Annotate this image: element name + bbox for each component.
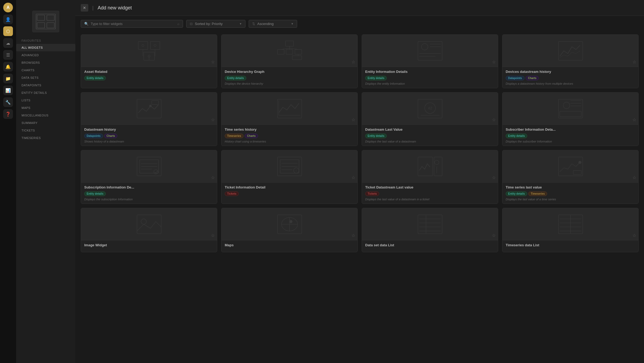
card-tags: Entity details [84,76,214,80]
order-dropdown[interactable]: ⇅ Ascending ▼ [249,20,297,28]
card-description: Displays a datastream history from multi… [506,82,635,85]
widget-card-subscription-information-de[interactable]: ☆ Subscription Information De... Entity … [81,150,217,204]
widget-card-ticket-information-detail[interactable]: ! ☆ Ticket Information Detail Tickets [221,150,358,204]
sort-label: Sorted by: Priority [195,22,237,26]
card-title: Datastream Last Value [365,127,495,131]
card-title: Ticket Datastream Last value [365,185,495,189]
nav-icon-chart[interactable]: 📊 [3,86,13,95]
card-title: Devices datastream history [506,70,635,74]
sidebar-item-summary[interactable]: SUMMARY [16,119,75,127]
svg-line-20 [289,48,290,49]
sidebar-item-lists[interactable]: LISTS [16,97,75,104]
widget-card-datastream-history[interactable]: ☆ Datastream history DatapointsCharts Sh… [81,92,217,146]
sidebar-item-miscellaneous[interactable]: MISCELLANEOUS [16,112,75,119]
sidebar-item-all-widgets[interactable]: ALL WIDGETS [16,44,75,51]
favourite-button[interactable]: ☆ [492,117,496,122]
svg-text:42: 42 [428,106,432,110]
nav-icon-folder[interactable]: 📁 [3,74,13,83]
card-thumbnail: ☆ [502,92,638,125]
search-box[interactable]: 🔍 ⌕ [81,20,183,28]
widget-card-datastream-last-value[interactable]: 42 ☆ Datastream Last Value Entity detail… [362,92,498,146]
svg-rect-61 [434,157,442,176]
favourite-button[interactable]: ☆ [351,59,355,65]
svg-rect-41 [558,99,583,118]
sidebar-item-entity-details[interactable]: ENTITY DETAILS [16,89,75,97]
favourite-button[interactable]: ☆ [632,233,636,238]
svg-point-42 [563,102,570,109]
card-tags: Tickets [225,191,354,196]
favourite-button[interactable]: ☆ [632,117,636,122]
widget-card-timeseries-data-list[interactable]: ☆ Timeseries data List [502,208,639,252]
widget-card-data-set-data-list[interactable]: ☆ Data set data List [362,208,498,252]
sidebar-item-timeseries[interactable]: TIMESERIES [16,134,75,142]
favourite-button[interactable]: ☆ [351,175,355,180]
toolbar: 🔍 ⌕ ⊟ Sorted by: Priority ▼ ⇅ Ascending … [75,16,644,32]
widget-card-ticket-datastream-last-value[interactable]: ☆ Ticket Datastream Last value Tickets D… [362,150,498,204]
svg-text:!: ! [296,169,297,172]
widget-card-devices-datastream-history[interactable]: ☆ Devices datastream history DatapointsC… [502,34,639,88]
nav-icon-user[interactable]: 👤 [3,15,13,24]
widget-card-asset-related[interactable]: ☆ Asset Related Entity details [81,34,217,88]
card-info: Device Hierarchy Graph Entity details Di… [221,67,357,88]
favourite-button[interactable]: ☆ [211,59,215,65]
svg-point-12 [154,44,156,47]
sidebar-item-maps[interactable]: MAPS [16,104,75,112]
widget-card-time-series-history[interactable]: ☆ Time series history TimeseriesCharts H… [221,92,358,146]
sidebar-item-data-sets[interactable]: DATA SETS [16,74,75,81]
favourite-button[interactable]: ☆ [211,233,215,238]
favourite-button[interactable]: ☆ [211,175,215,180]
category-list: ALL WIDGETSADVANCEDBROWSERSCHARTSDATA SE… [16,44,75,142]
nav-icon-list[interactable]: ☰ [3,50,13,60]
svg-rect-3 [37,23,45,28]
card-thumbnail: ! ☆ [221,150,357,183]
widget-card-time-series-last-value[interactable]: ☆ Time series last value Entity detailsT… [502,150,639,204]
svg-rect-5 [138,41,148,49]
favourite-button[interactable]: ☆ [211,117,215,122]
sidebar-item-browsers[interactable]: BROWSERS [16,59,75,66]
card-thumbnail: 42 ☆ [362,92,498,125]
tag-datapoints: Datapoints [506,76,525,80]
widget-card-image-widget[interactable]: ☆ Image Widget [81,208,217,252]
favourite-button[interactable]: ☆ [351,117,355,122]
close-button[interactable]: ✕ [81,4,88,12]
nav-icon-wrench[interactable]: 🔧 [3,97,13,107]
card-thumbnail: ☆ [81,92,217,125]
widget-card-maps[interactable]: ☆ Maps [221,208,358,252]
sidebar-item-datapoints[interactable]: DATAPOINTS [16,81,75,89]
card-tags: DatapointsCharts [506,76,635,80]
card-title: Data set data List [365,243,495,247]
favourite-button[interactable]: ☆ [492,175,496,180]
nav-icon-help[interactable]: ❓ [3,109,13,119]
sidebar-item-advanced[interactable]: ADVANCED [16,51,75,59]
favourite-button[interactable]: ☆ [492,59,496,65]
svg-rect-33 [152,101,159,105]
card-title: Time series last value [506,185,635,189]
sidebar-item-tickets[interactable]: TICKETS [16,127,75,134]
user-avatar[interactable]: A [3,3,13,12]
widget-card-subscriber-information-deta[interactable]: ☆ Subscriber Information Deta... Entity … [502,92,639,146]
widget-card-device-hierarchy-graph[interactable]: ☆ Device Hierarchy Graph Entity details … [221,34,358,88]
nav-icon-cloud[interactable]: ☁ [3,38,13,48]
tag-tickets: Tickets [225,191,239,196]
sort-icon: ⊟ [190,22,193,26]
favourite-button[interactable]: ☆ [632,175,636,180]
tag-entity: Entity details [365,76,387,80]
card-info: Image Widget [81,240,217,252]
card-title: Image Widget [84,243,214,247]
tag-datapoints: Datapoints [84,134,103,138]
nav-icon-settings[interactable]: ⬡ [3,26,13,36]
favourite-button[interactable]: ☆ [492,233,496,238]
search-input[interactable] [91,22,175,26]
search-icon: 🔍 [84,22,89,26]
card-description: Displays the subscription Information [84,198,214,201]
sort-dropdown[interactable]: ⊟ Sorted by: Priority ▼ [186,20,245,28]
nav-icon-bell[interactable]: 🔔 [3,62,13,72]
sidebar-item-charts[interactable]: CHARTS [16,66,75,74]
tag-timeseries: Timeseries [528,191,547,196]
favourite-button[interactable]: ☆ [632,59,636,65]
preview-icon [32,11,59,32]
card-description: Displays the last value of a datastream … [365,198,495,201]
widget-card-entity-information-details[interactable]: ☆ Entity Information Details Entity deta… [362,34,498,88]
favourite-button[interactable]: ☆ [351,233,355,238]
svg-rect-30 [558,41,583,60]
